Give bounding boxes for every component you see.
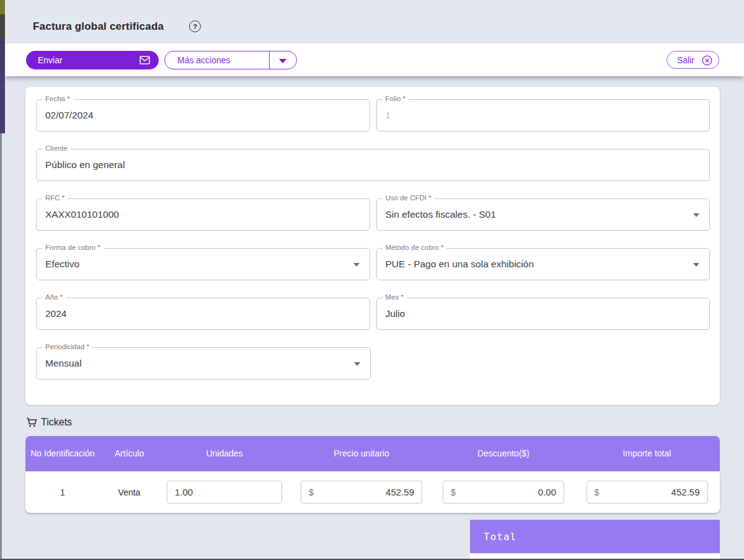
tickets-table: No Identificación Artículo Unidades Prec… — [25, 436, 720, 513]
descuento-field[interactable]: $ — [443, 481, 564, 504]
field-uso-cfdi-label: Uso de CFDI * — [383, 194, 435, 202]
periodicidad-select[interactable]: Mensual — [37, 348, 370, 379]
field-mes-label: Mes * — [383, 293, 407, 301]
send-button[interactable]: Enviar — [26, 51, 159, 69]
invoice-form-card: Fecha * Folio * Cliente RFC * Uso de CFD… — [25, 87, 720, 405]
field-folio-label: Folio * — [383, 95, 409, 102]
total-label: Total — [484, 531, 516, 543]
more-actions-button[interactable]: Más acciones — [164, 51, 297, 69]
field-rfc-label: RFC * — [42, 194, 68, 202]
exit-button[interactable]: Salir — [666, 51, 719, 69]
tickets-section-title: Tickets — [26, 417, 72, 428]
cell-articulo: Venta — [100, 487, 159, 497]
help-icon[interactable]: ? — [189, 20, 201, 32]
col-header-no-identificacion: No Identificación — [25, 447, 100, 461]
rfc-input[interactable] — [37, 199, 370, 230]
close-circle-icon — [702, 55, 712, 66]
factura-global-window: Factura global certificada ? Enviar Más … — [0, 0, 744, 560]
anio-input[interactable] — [37, 298, 370, 329]
col-header-precio-unitario: Precio unitario — [290, 447, 433, 461]
field-fecha-label: Fecha * — [42, 95, 73, 102]
importe-total-field[interactable]: $ — [587, 481, 708, 504]
precio-unitario-input[interactable] — [314, 487, 422, 497]
button-divider — [269, 51, 270, 69]
currency-symbol: $ — [595, 487, 600, 497]
field-anio-label: Año * — [42, 293, 66, 301]
col-header-importe-total: Importe total — [574, 447, 720, 461]
field-periodicidad-label: Periodicidad * — [42, 343, 92, 350]
row-spacer — [377, 347, 711, 380]
background-app-edge — [0, 133, 2, 560]
field-forma-cobro-label: Forma de cobro * — [42, 244, 104, 251]
currency-symbol: $ — [451, 487, 456, 497]
folio-input[interactable] — [377, 100, 710, 131]
envelope-icon — [140, 56, 150, 64]
tickets-table-header: No Identificación Artículo Unidades Prec… — [25, 436, 720, 471]
field-metodo-cobro[interactable]: Método de cobro * PUE - Pago en una sola… — [376, 248, 711, 280]
chevron-down-icon — [693, 263, 699, 267]
field-folio[interactable]: Folio * — [376, 99, 711, 131]
tickets-title-label: Tickets — [41, 417, 72, 428]
importe-total-input[interactable] — [599, 487, 707, 497]
cliente-input[interactable] — [37, 149, 709, 180]
uso-cfdi-select[interactable]: Sin efectos fiscales. - S01 — [377, 199, 710, 230]
send-button-label: Enviar — [38, 55, 63, 65]
precio-unitario-field[interactable]: $ — [301, 481, 422, 504]
field-mes[interactable]: Mes * — [376, 298, 711, 330]
app-header: Factura global certificada ? — [5, 0, 744, 43]
unidades-input[interactable] — [167, 481, 282, 504]
field-cliente-label: Cliente — [42, 144, 71, 152]
chevron-down-icon — [354, 362, 360, 366]
field-anio[interactable]: Año * — [36, 298, 370, 330]
metodo-cobro-select[interactable]: PUE - Pago en una sola exhibición — [377, 249, 710, 280]
mes-input[interactable] — [377, 298, 710, 329]
field-forma-cobro[interactable]: Forma de cobro * Efectivo — [36, 248, 370, 280]
chevron-down-icon — [353, 263, 360, 267]
field-metodo-cobro-label: Método de cobro * — [383, 244, 447, 251]
col-header-descuento: Descuento($) — [433, 447, 574, 461]
shopping-cart-icon — [26, 417, 37, 428]
field-rfc[interactable]: RFC * — [36, 198, 370, 231]
total-header: Total — [470, 520, 720, 553]
more-actions-label: Más acciones — [177, 55, 231, 65]
field-uso-cfdi[interactable]: Uso de CFDI * Sin efectos fiscales. - S0… — [376, 198, 711, 231]
table-row: 1 Venta $ $ $ — [25, 471, 720, 513]
toolbar: Enviar Más acciones Salir — [5, 43, 744, 76]
chevron-down-icon — [693, 213, 699, 217]
forma-cobro-select[interactable]: Efectivo — [37, 249, 370, 280]
field-cliente[interactable]: Cliente — [36, 149, 710, 181]
descuento-input[interactable] — [456, 487, 564, 497]
exit-button-label: Salir — [677, 55, 694, 65]
col-header-unidades: Unidades — [159, 447, 290, 461]
cell-no-identificacion: 1 — [25, 487, 100, 497]
fecha-input[interactable] — [37, 100, 370, 131]
chevron-down-icon — [279, 59, 286, 63]
field-fecha[interactable]: Fecha * — [36, 99, 370, 131]
field-periodicidad[interactable]: Periodicidad * Mensual — [36, 347, 371, 380]
col-header-articulo: Artículo — [100, 447, 159, 461]
page-title: Factura global certificada — [33, 20, 164, 33]
currency-symbol: $ — [309, 487, 314, 497]
background-app-sliver — [0, 0, 5, 133]
